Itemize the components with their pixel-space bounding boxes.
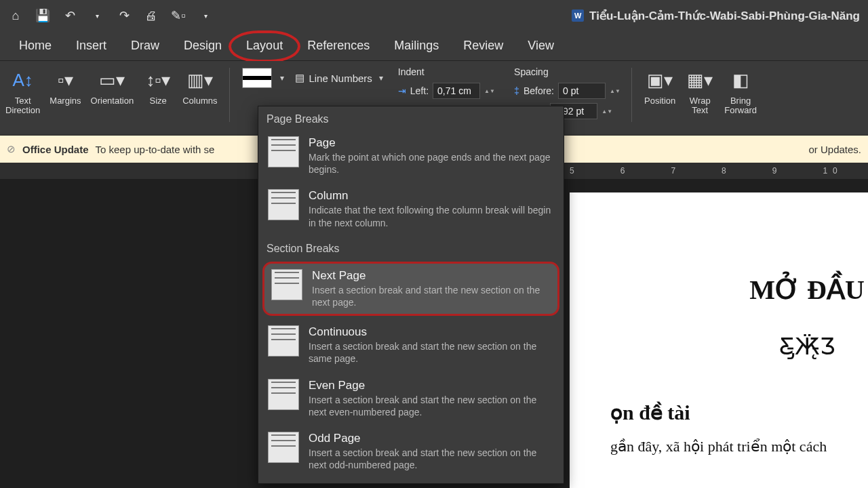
document-title-text: Tiểu-Luận-Cảm-Thức-Wabi-Sabi-Phùng-Gia-N… [589, 9, 860, 23]
butterfly-icon: Ƹ̵̡Ӝ̵̨̄Ʒ [610, 333, 868, 360]
page-break-icon [268, 432, 299, 463]
title-bar: ⌂ 💾 ↶ ▾ ↷ 🖨 ✎▫ ▾ W Tiểu-Luận-Cảm-Thức-Wa… [0, 0, 868, 31]
dropdown-heading-page-breaks: Page Breaks [258, 106, 564, 129]
separator [631, 68, 632, 122]
page-break-icon [268, 379, 299, 410]
tab-review[interactable]: Review [451, 33, 515, 58]
qat-more-icon[interactable]: ▾ [198, 8, 213, 23]
document-page[interactable]: MỞ ĐẦU Ƹ̵̡Ӝ̵̨̄Ʒ ọn đề tài gần đây, xã hộ… [570, 192, 868, 488]
tab-mailings[interactable]: Mailings [382, 33, 451, 58]
page-break-icon [271, 269, 302, 300]
redo-icon[interactable]: ↷ [117, 8, 132, 23]
tab-references[interactable]: References [295, 33, 382, 58]
breaks-dropdown: Page Breaks PageMark the point at which … [258, 106, 564, 484]
spacing-before-icon: ‡ [514, 85, 519, 96]
msgbar-text: To keep up-to-date with se [96, 144, 215, 155]
save-icon[interactable]: 💾 [35, 8, 50, 23]
chevron-down-icon: ▾ [379, 73, 383, 83]
size-button[interactable]: ↕▫▾ Size [143, 65, 173, 106]
line-numbers-button[interactable]: ▤ Line Numbers ▾ [290, 68, 388, 88]
close-icon[interactable]: ⊘ [7, 143, 16, 155]
wrap-text-icon: ▦▾ [685, 65, 715, 95]
spinner-icon[interactable]: ▲▼ [601, 108, 611, 115]
orientation-icon: ▭▾ [97, 65, 127, 95]
page-subheading: ọn đề tài [610, 401, 868, 424]
position-button[interactable]: ▣▾ Position [644, 65, 675, 106]
tab-layout[interactable]: Layout [234, 33, 295, 58]
position-icon: ▣▾ [645, 65, 675, 95]
tab-home[interactable]: Home [7, 33, 64, 58]
page-break-icon [268, 325, 299, 357]
spacing-label: Spacing [514, 66, 619, 77]
text-direction-button[interactable]: A↕ Text Direction [5, 65, 40, 116]
text-direction-icon: A↕ [8, 65, 38, 95]
orientation-button[interactable]: ▭▾ Orientation [91, 65, 134, 106]
chevron-down-icon[interactable]: ▾ [280, 73, 284, 83]
undo-icon[interactable]: ↶ [62, 8, 77, 23]
indent-left-input[interactable] [433, 83, 480, 99]
margins-button[interactable]: ▫▾ Margins [50, 65, 81, 106]
spinner-icon[interactable]: ▲▼ [484, 88, 494, 94]
columns-icon: ▥▾ [185, 65, 215, 95]
tab-view[interactable]: View [515, 33, 566, 58]
dropdown-heading-section-breaks: Section Breaks [258, 236, 564, 259]
page-break-icon [268, 189, 299, 220]
spacing-before-input[interactable] [558, 83, 606, 99]
indent-left-icon: ⇥ [398, 85, 406, 96]
document-title: W Tiểu-Luận-Cảm-Thức-Wabi-Sabi-Phùng-Gia… [572, 9, 860, 23]
tab-insert[interactable]: Insert [64, 33, 119, 58]
msgbar-text-right: or Updates. [808, 144, 861, 155]
separator [229, 68, 230, 122]
bring-forward-button[interactable]: ◧ Bring Forward [724, 65, 757, 116]
size-icon: ↕▫▾ [143, 65, 173, 95]
breaks-option-continuous[interactable]: ContinuousInsert a section break and sta… [258, 319, 564, 371]
breaks-option-page[interactable]: PageMark the point at which one page end… [258, 129, 564, 182]
edit-icon[interactable]: ✎▫ [171, 8, 186, 23]
word-app-icon: W [572, 9, 584, 22]
quick-access-toolbar: ⌂ 💾 ↶ ▾ ↷ 🖨 ✎▫ ▾ [8, 8, 213, 23]
home-icon[interactable]: ⌂ [8, 8, 23, 23]
ribbon-tabs: Home Insert Draw Design Layout Reference… [0, 31, 868, 61]
page-body-text: gần đây, xã hội phát triển một cách [610, 438, 868, 455]
breaks-option-odd-page[interactable]: Odd PageInsert a section break and start… [258, 425, 564, 478]
breaks-button[interactable] [242, 68, 272, 88]
breaks-option-next-page[interactable]: Next PageInsert a section break and star… [262, 262, 559, 316]
page-break-icon [268, 136, 299, 167]
before-label: Before: [524, 85, 554, 96]
undo-dropdown-icon[interactable]: ▾ [90, 8, 104, 23]
margins-icon: ▫▾ [50, 65, 80, 95]
indent-label: Indent [398, 66, 494, 77]
msgbar-title: Office Update [22, 144, 89, 155]
page-heading: MỞ ĐẦU [610, 274, 868, 306]
breaks-option-even-page[interactable]: Even PageInsert a section break and star… [258, 372, 564, 425]
print-icon[interactable]: 🖨 [144, 8, 159, 23]
left-label: Left: [410, 85, 429, 96]
breaks-option-column[interactable]: ColumnIndicate that the text following t… [258, 182, 564, 235]
spinner-icon[interactable]: ▲▼ [610, 88, 619, 94]
tab-draw[interactable]: Draw [119, 33, 172, 58]
wrap-text-button[interactable]: ▦▾ Wrap Text [685, 65, 715, 116]
columns-button[interactable]: ▥▾ Columns [182, 65, 217, 106]
tab-design[interactable]: Design [172, 33, 234, 58]
bring-forward-icon: ◧ [726, 65, 755, 95]
line-numbers-icon: ▤ [295, 72, 304, 84]
